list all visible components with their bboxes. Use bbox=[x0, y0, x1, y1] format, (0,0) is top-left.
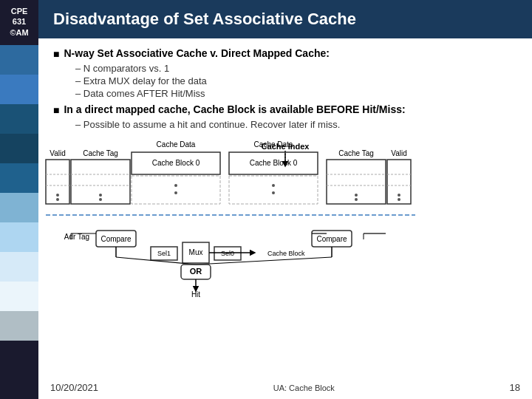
svg-text:Cache Tag: Cache Tag bbox=[338, 149, 374, 157]
bullet-section-1: ■ N-way Set Associative Cache v. Direct … bbox=[53, 47, 517, 99]
bullet-section-2: ■ In a direct mapped cache, Cache Block … bbox=[53, 103, 517, 130]
svg-rect-23 bbox=[229, 176, 318, 204]
bullet-icon-1: ■ bbox=[53, 48, 59, 60]
svg-text:Mux: Mux bbox=[189, 248, 203, 256]
sidebar: CPE 631 ©AM bbox=[0, 0, 38, 399]
bullet-2-main: ■ In a direct mapped cache, Cache Block … bbox=[53, 103, 517, 116]
svg-text:Hit: Hit bbox=[191, 290, 200, 299]
bullet-1-main: ■ N-way Set Associative Cache v. Direct … bbox=[53, 47, 517, 60]
svg-point-7 bbox=[56, 198, 59, 201]
svg-text:Cache Block 0: Cache Block 0 bbox=[250, 159, 298, 167]
svg-point-13 bbox=[99, 198, 102, 201]
bullet-2-subs: Possible to assume a hit and continue. R… bbox=[75, 119, 517, 130]
main-content: Disadvantage of Set Associative Cache ■ … bbox=[38, 0, 532, 399]
svg-text:Cache Data: Cache Data bbox=[157, 140, 196, 149]
svg-point-12 bbox=[99, 194, 102, 197]
svg-text:Valid: Valid bbox=[391, 149, 407, 157]
svg-text:Sel0: Sel0 bbox=[221, 250, 234, 257]
sidebar-color-blocks bbox=[0, 45, 38, 399]
svg-line-53 bbox=[196, 257, 332, 265]
svg-text:Sel1: Sel1 bbox=[157, 250, 171, 257]
svg-point-24 bbox=[272, 184, 275, 187]
cache-diagram-area: Cache Index Valid Cach bbox=[38, 137, 532, 300]
sub-bullet-1-2: Extra MUX delay for the data bbox=[75, 75, 517, 86]
svg-text:Cache Data: Cache Data bbox=[254, 140, 293, 149]
sub-bullet-1-1: N comparators vs. 1 bbox=[75, 63, 517, 74]
svg-rect-2 bbox=[46, 160, 69, 204]
svg-text:Compare: Compare bbox=[316, 235, 347, 243]
bottom-bar: 10/20/2021 UA: Cache Block 18 bbox=[38, 382, 532, 393]
svg-point-31 bbox=[355, 198, 358, 201]
bullet-1-subs: N comparators vs. 1 Extra MUX delay for … bbox=[75, 63, 517, 99]
svg-text:Valid: Valid bbox=[50, 149, 66, 157]
svg-point-37 bbox=[398, 198, 400, 201]
ua-cache-block-label: UA: Cache Block bbox=[273, 383, 335, 392]
svg-point-30 bbox=[355, 194, 358, 197]
svg-point-6 bbox=[56, 194, 59, 197]
svg-text:OR: OR bbox=[190, 267, 202, 276]
date-label: 10/20/2021 bbox=[50, 382, 98, 393]
bullet-icon-2: ■ bbox=[53, 104, 59, 116]
svg-point-19 bbox=[174, 191, 177, 194]
svg-line-52 bbox=[116, 257, 196, 265]
page-number: 18 bbox=[510, 382, 520, 393]
sub-bullet-1-3: Data comes AFTER Hit/Miss bbox=[75, 88, 517, 99]
svg-point-25 bbox=[272, 191, 275, 194]
svg-text:Cache Block 0: Cache Block 0 bbox=[152, 159, 200, 167]
svg-point-18 bbox=[174, 184, 177, 187]
bullet-2-text: In a direct mapped cache, Cache Block is… bbox=[64, 103, 405, 115]
page-title: Disadvantage of Set Associative Cache bbox=[53, 10, 356, 29]
svg-text:Adr Tag: Adr Tag bbox=[64, 233, 89, 241]
sub-bullet-2-1: Possible to assume a hit and continue. R… bbox=[75, 119, 517, 130]
svg-rect-17 bbox=[132, 176, 220, 204]
cache-diagram-svg: Cache Index Valid Cach bbox=[38, 137, 532, 300]
svg-rect-26 bbox=[327, 160, 386, 204]
bullet-1-text: N-way Set Associative Cache v. Direct Ma… bbox=[64, 47, 329, 59]
sidebar-logo: CPE 631 ©AM bbox=[10, 6, 28, 38]
svg-point-36 bbox=[398, 194, 400, 197]
page-header: Disadvantage of Set Associative Cache bbox=[38, 0, 532, 38]
svg-text:Cache Block: Cache Block bbox=[267, 250, 305, 257]
svg-text:Cache Tag: Cache Tag bbox=[83, 149, 118, 157]
svg-rect-8 bbox=[71, 160, 130, 204]
content-area: ■ N-way Set Associative Cache v. Direct … bbox=[38, 38, 532, 130]
svg-text:Compare: Compare bbox=[100, 235, 132, 243]
svg-rect-32 bbox=[387, 160, 411, 204]
